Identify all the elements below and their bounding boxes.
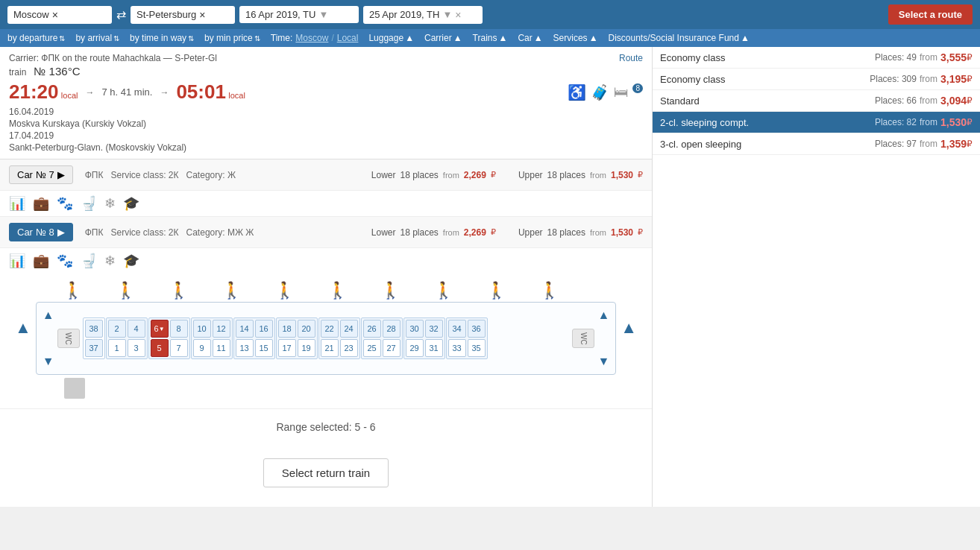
up-icon-right[interactable]: ▲	[597, 309, 609, 322]
discounts-filter[interactable]: Discounts/Social Insurance Fund ▲	[609, 33, 750, 43]
seat-25[interactable]: 25	[363, 339, 381, 357]
seat-36[interactable]: 36	[468, 320, 486, 338]
seat-20[interactable]: 20	[298, 320, 315, 338]
price-class-row[interactable]: Standard Places: 66 from 3,094 ₽	[653, 90, 980, 112]
price-class-places: Places: 49	[875, 52, 917, 63]
seat-9[interactable]: 9	[193, 339, 211, 357]
snowflake-icon: ❄	[104, 195, 116, 212]
seat-21[interactable]: 21	[321, 339, 339, 357]
time-local-link[interactable]: Local	[337, 33, 359, 43]
swap-icon[interactable]: ⇄	[116, 7, 126, 22]
seat-7[interactable]: 7	[170, 339, 188, 357]
date2-close-icon[interactable]: ×	[455, 9, 461, 21]
car-header-8: Car № 8 ▶ ФПК Service class: 2К Category…	[0, 217, 652, 248]
upper-from-8: from	[590, 228, 606, 237]
seat-31[interactable]: 31	[425, 339, 443, 357]
seat-37[interactable]: 37	[85, 339, 103, 357]
seat-map-main: 🚶🚶🚶🚶🚶🚶🚶🚶🚶🚶 ▲ ▼ WC	[36, 281, 616, 401]
price-from-label: from	[920, 117, 937, 127]
sort-arrival-label: by arrival	[75, 33, 112, 43]
seat-35[interactable]: 35	[468, 339, 486, 357]
to-close-icon[interactable]: ×	[199, 9, 205, 21]
bottom-stub	[64, 378, 85, 399]
seat-24[interactable]: 24	[340, 320, 358, 338]
seat-2[interactable]: 2	[108, 320, 126, 338]
car-8-button[interactable]: Car № 8 ▶	[9, 223, 73, 241]
down-icon-right[interactable]: ▼	[597, 355, 609, 368]
price-class-row[interactable]: Economy class Places: 309 from 3,195 ₽	[653, 69, 980, 90]
trains-arrow-icon: ▲	[498, 33, 507, 43]
sort-by-departure[interactable]: by departure ⇅	[7, 33, 65, 43]
down-icon-left[interactable]: ▼	[43, 355, 54, 368]
price-class-row[interactable]: Economy class Places: 49 from 3,555 ₽	[653, 47, 980, 69]
seat-16[interactable]: 16	[255, 320, 273, 338]
sort-by-time[interactable]: by time in way ⇅	[130, 33, 194, 43]
carrier-filter[interactable]: Carrier ▲	[424, 33, 462, 43]
seat-10[interactable]: 10	[193, 320, 211, 338]
seat-5[interactable]: 5	[151, 339, 169, 357]
from-field[interactable]: Moscow ×	[7, 6, 112, 24]
seat-32[interactable]: 32	[425, 320, 443, 338]
lower-from-7: from	[443, 171, 459, 180]
seat-12[interactable]: 12	[213, 320, 230, 338]
select-return-button[interactable]: Select return train	[263, 458, 389, 487]
seat-29[interactable]: 29	[406, 339, 424, 357]
sort-by-arrival[interactable]: by arrival ⇅	[75, 33, 119, 43]
compartment-4: 1091211	[191, 317, 233, 359]
lower-price-8: 2,269	[464, 227, 486, 238]
seat-28[interactable]: 28	[383, 320, 401, 338]
seat-22[interactable]: 22	[321, 320, 339, 338]
berth-col-9: 2019	[298, 320, 315, 357]
services-filter[interactable]: Services ▲	[553, 33, 598, 43]
seat-6[interactable]: 6▼	[151, 320, 169, 338]
seat-23[interactable]: 23	[340, 339, 358, 357]
seat-27[interactable]: 27	[383, 339, 401, 357]
date2-field[interactable]: 25 Apr 2019, TH ▼ ×	[363, 6, 483, 24]
seat-13[interactable]: 13	[236, 339, 254, 357]
sort-time-label: by time in way	[130, 33, 186, 43]
car-filter[interactable]: Car ▲	[518, 33, 542, 43]
seat-14[interactable]: 14	[236, 320, 254, 338]
price-class-row[interactable]: 2-cl. sleeping compt. Places: 82 from 1,…	[653, 112, 980, 133]
car-7-button[interactable]: Car № 7 ▶	[9, 165, 73, 184]
up-icon-left[interactable]: ▲	[43, 309, 54, 322]
seat-19[interactable]: 19	[298, 339, 315, 357]
time-moscow-link[interactable]: Moscow	[295, 33, 328, 43]
route-link[interactable]: Route	[619, 53, 643, 63]
seat-38[interactable]: 38	[85, 320, 103, 338]
seat-26[interactable]: 26	[363, 320, 381, 338]
wc-icon: 🚽	[81, 195, 97, 212]
berth-col-10: 2221	[321, 320, 339, 357]
arrow-up-left[interactable]: ▲	[15, 318, 31, 338]
price-class-name: Standard	[660, 95, 875, 107]
seat-17[interactable]: 17	[278, 339, 296, 357]
seat-8[interactable]: 8	[170, 320, 188, 338]
select-route-button[interactable]: Select a route	[888, 4, 973, 25]
snowflake-icon-8: ❄	[104, 253, 116, 269]
seat-3[interactable]: 3	[128, 339, 145, 357]
date2-arrow: ▼	[442, 9, 452, 20]
seat-34[interactable]: 34	[448, 320, 466, 338]
seat-1[interactable]: 1	[108, 339, 126, 357]
price-class-name: Economy class	[660, 74, 870, 85]
luggage-filter[interactable]: Luggage ▲	[368, 33, 414, 43]
seat-33[interactable]: 33	[448, 339, 466, 357]
seat-4[interactable]: 4	[128, 320, 145, 338]
seat-11[interactable]: 11	[213, 339, 230, 357]
passenger-icon: 🚶	[380, 281, 401, 300]
sort-by-price[interactable]: by min price ⇅	[204, 33, 260, 43]
trains-filter[interactable]: Trains ▲	[473, 33, 508, 43]
price-value: 1,359	[940, 138, 967, 150]
price-class-row[interactable]: 3-cl. open sleeping Places: 97 from 1,35…	[653, 133, 980, 155]
arrow-up-right[interactable]: ▲	[621, 318, 637, 338]
from-close-icon[interactable]: ×	[52, 9, 58, 21]
date1-field[interactable]: 16 Apr 2019, TU ▼	[239, 6, 359, 23]
passenger-icon: 🚶	[327, 281, 348, 300]
seat-18[interactable]: 18	[278, 320, 296, 338]
seat-15[interactable]: 15	[255, 339, 273, 357]
departure-label: local	[61, 91, 78, 100]
seat-columns: 383721436▼587109121114131615181720192221…	[80, 317, 573, 359]
berth-col-2: 6▼5	[151, 320, 169, 357]
seat-30[interactable]: 30	[406, 320, 424, 338]
to-field[interactable]: St-Petersburg ×	[131, 6, 235, 24]
